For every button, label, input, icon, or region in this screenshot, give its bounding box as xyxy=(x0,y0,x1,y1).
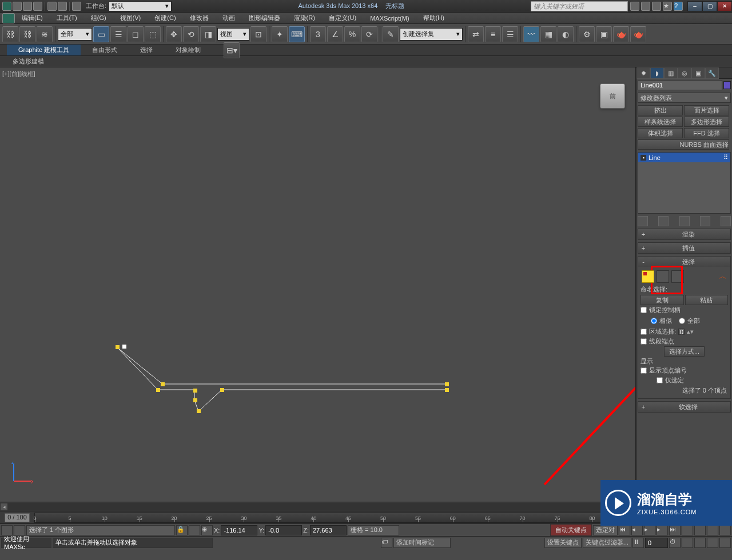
help-search-input[interactable] xyxy=(531,1,628,11)
ribbon-tab-freeform[interactable]: 自由形式 xyxy=(81,45,129,55)
render-production-icon[interactable]: 🫖 xyxy=(630,26,646,42)
area-sel-check[interactable] xyxy=(640,329,647,335)
mod-btn-extrude[interactable]: 挤出 xyxy=(638,105,683,115)
subobj-vertex-button[interactable] xyxy=(642,270,654,283)
manipulate-icon[interactable]: ✦ xyxy=(272,26,288,42)
layers-icon[interactable]: ☰ xyxy=(502,26,518,42)
open-icon[interactable] xyxy=(23,2,32,11)
tab-motion-icon[interactable]: ◎ xyxy=(678,67,691,79)
keyboard-shortcut-icon[interactable]: ⌨ xyxy=(289,26,305,42)
show-vnum-check[interactable] xyxy=(640,367,647,374)
close-button[interactable]: ✕ xyxy=(717,1,732,11)
tab-display-icon[interactable]: ▣ xyxy=(691,67,705,79)
mirror-icon[interactable]: ⇄ xyxy=(468,26,484,42)
viewport[interactable]: [+][前][线框] 前 z x xyxy=(0,67,636,502)
app-menu-icon[interactable] xyxy=(2,13,15,23)
minimize-button[interactable]: – xyxy=(687,1,702,11)
seg-end-check[interactable] xyxy=(640,338,647,345)
only-sel-check[interactable] xyxy=(657,377,663,383)
area-sel-spinner[interactable] xyxy=(678,329,685,335)
spinner-snap-icon[interactable]: ⟳ xyxy=(361,26,377,42)
menu-graph[interactable]: 图形编辑器 xyxy=(242,13,287,23)
material-editor-icon[interactable]: ◐ xyxy=(558,26,574,42)
nav-pan-icon[interactable] xyxy=(682,538,693,548)
next-frame-icon[interactable]: ▸ xyxy=(657,525,668,535)
listener-icon[interactable] xyxy=(14,525,25,535)
configure-icon[interactable] xyxy=(721,216,731,226)
schematic-view-icon[interactable]: ▦ xyxy=(540,26,556,42)
coord-y-input[interactable] xyxy=(265,525,302,535)
ribbon-toggle-icon[interactable]: ⊟▾ xyxy=(224,42,240,58)
lock-icon[interactable]: 🔒 xyxy=(176,525,188,535)
mod-btn-patchsel[interactable]: 面片选择 xyxy=(684,105,729,115)
selection-filter-dropdown[interactable]: 全部▾ xyxy=(58,28,92,41)
mod-btn-nurbs[interactable]: NURBS 曲面选择 xyxy=(638,139,729,150)
auto-key-button[interactable]: 自动关键点 xyxy=(550,524,592,536)
ribbon-tab-paint[interactable]: 对象绘制 xyxy=(164,45,212,55)
tab-utility-icon[interactable]: 🔧 xyxy=(705,67,719,79)
object-name-input[interactable] xyxy=(638,80,722,90)
prev-frame-icon[interactable]: ◂ xyxy=(631,525,643,535)
save-icon[interactable] xyxy=(33,2,42,11)
app-icon[interactable] xyxy=(2,2,11,11)
scale-tool-icon[interactable]: ◨ xyxy=(200,26,216,42)
menu-animation[interactable]: 动画 xyxy=(216,13,242,23)
link-tool-icon[interactable]: ⛓ xyxy=(2,26,18,42)
key-filter-button[interactable]: 关键点过滤器... xyxy=(583,538,631,548)
mod-btn-polysel[interactable]: 多边形选择 xyxy=(684,117,729,127)
menu-tools[interactable]: 工具(T) xyxy=(50,13,84,23)
paste-button[interactable]: 粘贴 xyxy=(685,295,729,305)
modifier-list-dropdown[interactable]: 修改器列表▾ xyxy=(638,93,731,103)
window-crossing-icon[interactable]: ⬚ xyxy=(145,26,161,42)
expand-icon[interactable]: ▪ xyxy=(640,155,646,161)
nav-walk-icon[interactable] xyxy=(719,538,731,548)
stack-item-line[interactable]: ▪ Line ⠿ xyxy=(638,153,730,162)
pivot-center-icon[interactable]: ⊡ xyxy=(250,26,266,42)
named-sel-edit-icon[interactable]: ✎ xyxy=(383,26,399,42)
nav-zoom-icon[interactable] xyxy=(682,525,693,535)
maximize-button[interactable]: ▢ xyxy=(702,1,717,11)
nav-max-icon[interactable] xyxy=(707,538,718,548)
select-method-button[interactable]: 选择方式... xyxy=(664,346,705,357)
rotate-tool-icon[interactable]: ⟲ xyxy=(183,26,199,42)
menu-help[interactable]: 帮助(H) xyxy=(416,13,451,23)
mod-btn-volsel[interactable]: 体积选择 xyxy=(638,128,683,138)
nav-fov-icon[interactable] xyxy=(719,525,731,535)
select-region-rect-icon[interactable]: ◻ xyxy=(128,26,144,42)
snap-toggle-icon[interactable]: 3 xyxy=(310,26,326,42)
help-icon[interactable]: ? xyxy=(674,2,683,11)
menu-custom[interactable]: 自定义(U) xyxy=(322,13,363,23)
unlink-tool-icon[interactable]: ⛓ xyxy=(19,26,35,42)
nav-zoom-all-icon[interactable] xyxy=(694,525,706,535)
render-icon[interactable]: 🫖 xyxy=(613,26,629,42)
ref-coord-dropdown[interactable]: 视图▾ xyxy=(217,28,249,41)
object-color-swatch[interactable] xyxy=(723,81,731,89)
menu-group[interactable]: 组(G) xyxy=(84,13,113,23)
tab-hierarchy-icon[interactable]: ▥ xyxy=(664,67,678,79)
sel-lock-dd[interactable]: 选定对 xyxy=(593,525,618,535)
play-icon[interactable]: ▸ xyxy=(644,525,655,535)
frame-input[interactable] xyxy=(645,538,668,548)
named-sel-dropdown[interactable]: 创建选择集▾ xyxy=(400,28,463,41)
select-object-icon[interactable]: ▭ xyxy=(93,26,109,42)
mod-btn-splinesel[interactable]: 样条线选择 xyxy=(638,117,683,127)
nav-zoom-ext-icon[interactable] xyxy=(707,525,718,535)
menu-modifier[interactable]: 修改器 xyxy=(183,13,216,23)
similar-radio[interactable] xyxy=(651,318,657,324)
pin-stack-icon[interactable] xyxy=(638,216,648,226)
ribbon-tab-select[interactable]: 选择 xyxy=(129,45,164,55)
chevron-up-icon[interactable]: ︿ xyxy=(719,271,727,282)
curve-editor-icon[interactable]: 〰 xyxy=(523,26,539,42)
percent-snap-icon[interactable]: % xyxy=(344,26,360,42)
angle-snap-icon[interactable]: ∠ xyxy=(327,26,343,42)
new-icon[interactable] xyxy=(13,2,22,11)
ribbon-sub-polymodel[interactable]: 多边形建模 xyxy=(2,56,54,67)
lock-handles-check[interactable] xyxy=(640,307,647,313)
modifier-stack[interactable]: ▪ Line ⠿ xyxy=(638,152,731,214)
show-end-icon[interactable] xyxy=(658,216,669,226)
goto-end-icon[interactable]: ⏭ xyxy=(669,525,681,535)
tab-create-icon[interactable]: ✹ xyxy=(636,67,650,79)
menu-render[interactable]: 渲染(R) xyxy=(287,13,322,23)
all-radio[interactable] xyxy=(679,318,685,324)
bind-spacewarp-icon[interactable]: ≋ xyxy=(37,26,53,42)
